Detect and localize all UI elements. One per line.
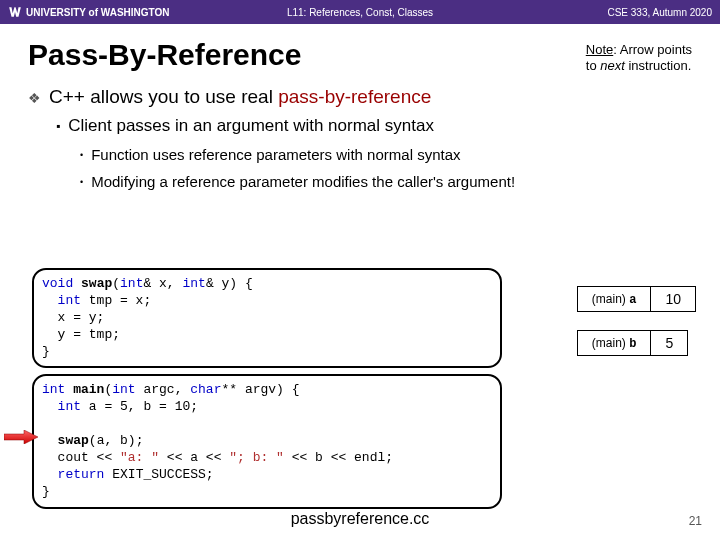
brand-text: UNIVERSITY of WASHINGTON (26, 7, 170, 18)
var-a: (main) a 10 (577, 286, 696, 312)
topbar: UNIVERSITY of WASHINGTON L11: References… (0, 0, 720, 24)
bullet-level1: ❖ C++ allows you to use real pass-by-ref… (28, 86, 692, 108)
brand: UNIVERSITY of WASHINGTON (8, 5, 170, 19)
code-swap: void swap(int& x, int& y) { int tmp = x;… (32, 268, 502, 368)
variable-boxes: (main) a 10 (main) b 5 (577, 286, 696, 374)
bullet-level2: ▪ Client passes in an argument with norm… (56, 116, 692, 136)
page-title: Pass-By-Reference (28, 38, 301, 72)
code-region: void swap(int& x, int& y) { int tmp = x;… (32, 268, 502, 509)
uw-logo-icon (8, 5, 22, 19)
var-b-label: (main) b (577, 331, 651, 356)
course-term: CSE 333, Autumn 2020 (607, 7, 712, 18)
bullet-level3: • Modifying a reference parameter modifi… (80, 173, 692, 190)
var-a-label: (main) a (577, 287, 651, 312)
arrow-icon (4, 430, 38, 444)
lecture-title: L11: References, Const, Classes (287, 7, 433, 18)
code-main-text: int main(int argc, char** argv) { int a … (42, 382, 492, 500)
var-a-value: 10 (651, 287, 696, 312)
filename: passbyreference.cc (291, 510, 430, 528)
square-bullet-icon: ▪ (56, 119, 60, 136)
diamond-bullet-icon: ❖ (28, 90, 41, 108)
page-number: 21 (689, 514, 702, 528)
bullet-list: ❖ C++ allows you to use real pass-by-ref… (28, 86, 692, 190)
note: Note: Arrow points to next instruction. (586, 42, 692, 73)
var-b: (main) b 5 (577, 330, 688, 356)
code-main: int main(int argc, char** argv) { int a … (32, 374, 502, 508)
dot-bullet-icon: • (80, 150, 83, 163)
var-b-value: 5 (651, 331, 688, 356)
bullet-level3: • Function uses reference parameters wit… (80, 146, 692, 163)
dot-bullet-icon: • (80, 177, 83, 190)
code-swap-text: void swap(int& x, int& y) { int tmp = x;… (42, 276, 492, 360)
